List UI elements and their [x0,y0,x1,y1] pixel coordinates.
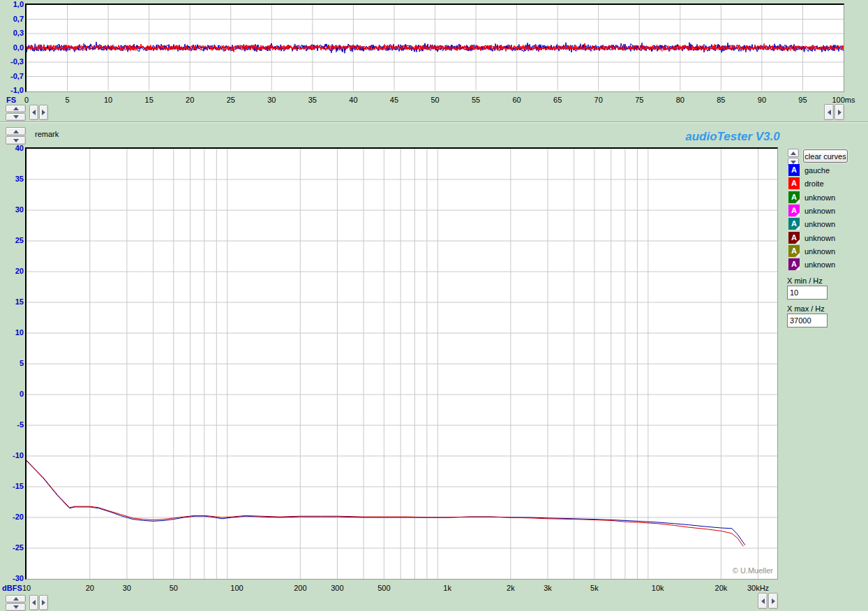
legend-item-label: unknown [805,207,835,215]
freq-y-tick-label: -10 [0,451,24,459]
legend-item-gauche-0[interactable]: Agauche [788,164,830,176]
freq-x-tick-label: 100 [220,584,254,592]
freq-x-scroll-right-button-2[interactable] [768,593,778,609]
time-x-scroll-right-button[interactable] [39,105,48,120]
arrow-up-icon [13,597,19,601]
time-plot-canvas [27,5,844,91]
time-x-tick-label: 40 [336,96,370,104]
freq-y-tick-label: 0 [0,390,24,398]
freq-x-tick-label: 200 [283,584,317,592]
arrow-right-icon [772,598,775,604]
time-x-tick-label: 75 [622,96,656,104]
arrow-right-icon [42,110,45,115]
time-y-spin-down-button[interactable] [6,113,26,121]
time-y-tick-label: -0,3 [0,57,24,66]
time-x-tick-label: 10 [91,96,125,104]
freq-x-tick-label: 10k [641,584,675,592]
remark-spinner [6,127,26,145]
time-x-tick-label: 55 [459,96,493,104]
time-x-tick-label: 50 [419,96,452,104]
time-x-scroll-left-button[interactable] [29,105,38,120]
freq-x-scroll-left-button[interactable] [29,595,38,610]
freq-x-tick-label: 10 [10,584,43,592]
freq-y-tick-label: -20 [0,513,24,521]
freq-x-scroll-right-group [758,593,778,609]
freq-x-tick-label: 50 [157,584,190,592]
arrow-left-icon [32,600,36,605]
legend-item-label: unknown [805,193,835,202]
legend-item-unknown-2[interactable]: Aunknown [788,191,835,203]
time-x-tick-label: 45 [377,96,411,104]
freq-plot [25,147,778,580]
curve-color-swatch: A [788,245,800,257]
legend-item-unknown-5[interactable]: Aunknown [788,232,835,244]
time-y-tick-label: -0,7 [0,72,24,80]
time-x-scroll-left-group [29,105,48,120]
xmax-label: X max / Hz [787,304,825,313]
time-x-tick-label: 35 [296,96,329,104]
arrow-down-icon [791,161,796,164]
xmin-label: X min / Hz [787,277,823,285]
freq-y-tick-label: -30 [0,574,24,582]
remark-label: remark [35,130,59,138]
arrow-down-icon [13,605,19,609]
freq-y-tick-label: 25 [0,236,24,244]
time-x-tick-label: 95 [786,96,819,104]
arrow-left-icon [761,598,765,604]
time-x-scroll-right-button-2[interactable] [835,104,844,120]
freq-y-spinner [6,595,26,611]
app-title: audioTester V3.0 [666,130,799,144]
time-x-tick-label: 15 [133,96,166,104]
legend-item-droite-1[interactable]: Adroite [788,177,824,189]
freq-y-tick-label: -15 [0,482,24,490]
arrow-up-icon [13,107,19,110]
freq-x-scroll-left-button-2[interactable] [758,593,768,609]
time-y-tick-label: 1,0 [0,0,24,8]
time-x-tick-label: 60 [500,96,534,104]
freq-x-scroll-left-group [29,595,48,610]
clear-curves-button[interactable]: clear curves [803,149,848,163]
freq-x-tick-label: 30kHz [742,584,775,592]
legend-scroll-up-button[interactable] [788,149,799,157]
freq-x-tick-label: 2k [494,584,527,592]
panel-divider [0,122,868,123]
time-y-tick-label: 0,7 [0,15,24,23]
time-x-scroll-right-group [824,104,844,120]
freq-y-tick-label: 40 [0,144,24,152]
freq-x-tick-label: 1k [431,584,464,592]
arrow-down-icon [13,115,19,119]
time-x-scroll-left-button-2[interactable] [824,104,834,120]
copyright-text: © U.Mueller [703,566,773,575]
freq-x-tick-label: 3k [531,584,564,592]
legend-item-unknown-6[interactable]: Aunknown [788,245,835,257]
time-x-tick-label: 5 [51,96,84,104]
freq-y-spin-down-button[interactable] [6,603,26,611]
curve-color-swatch: A [788,232,800,244]
xmax-input[interactable] [787,314,828,327]
freq-x-tick-label: 5k [578,584,611,592]
arrow-right-icon [838,110,841,115]
legend-item-unknown-4[interactable]: Aunknown [788,218,835,230]
legend-item-unknown-7[interactable]: Aunknown [788,258,835,270]
legend-item-label: gauche [805,166,830,175]
xmin-input[interactable] [787,286,828,300]
curve-color-swatch: A [788,218,800,230]
legend-item-unknown-3[interactable]: Aunknown [788,205,835,216]
arrow-left-icon [32,110,36,115]
legend-item-label: droite [805,179,824,188]
freq-y-tick-label: 10 [0,328,24,337]
arrow-up-icon [13,130,19,133]
freq-y-spin-up-button[interactable] [6,595,26,603]
time-y-spin-up-button[interactable] [6,105,26,112]
freq-x-tick-label: 300 [320,584,354,592]
freq-x-scroll-right-button[interactable] [39,595,48,610]
curve-color-swatch: A [788,164,800,176]
curve-color-swatch: A [788,205,800,216]
curve-color-swatch: A [788,177,800,189]
remark-spin-up-button[interactable] [6,127,26,135]
time-y-spinner [6,105,26,121]
time-x-tick-label: 70 [582,96,615,104]
legend-item-label: unknown [805,260,835,269]
arrow-up-icon [791,152,796,155]
freq-y-tick-label: 20 [0,267,24,275]
